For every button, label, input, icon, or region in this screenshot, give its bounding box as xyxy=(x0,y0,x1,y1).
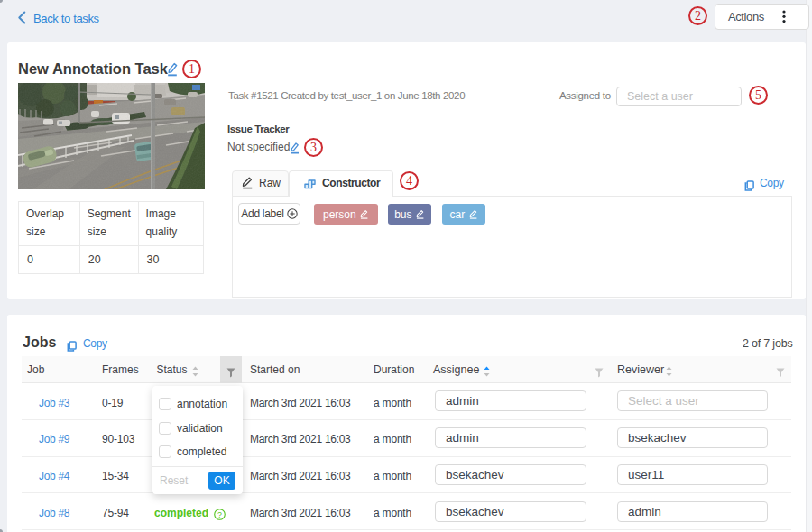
svg-text:?: ? xyxy=(217,510,222,519)
